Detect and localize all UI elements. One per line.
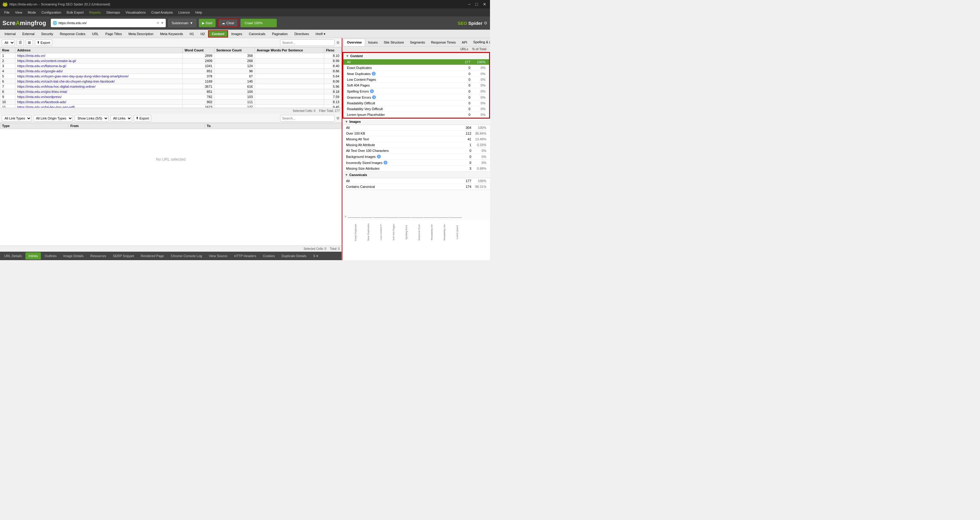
grid-view-button[interactable]: ⊞ xyxy=(26,39,33,46)
overview-row[interactable]: Exact Duplicates 0 0% xyxy=(343,65,489,71)
right-tab-response-times[interactable]: Response Times xyxy=(428,39,459,46)
menu-visualisations[interactable]: Visualisations xyxy=(123,10,148,15)
col-sentence-count[interactable]: Sentence Count xyxy=(214,48,255,53)
overview-row[interactable]: Readability Very Difficult 0 0% xyxy=(343,106,489,112)
col-avg-words[interactable]: Average Words Per Sentence xyxy=(255,48,324,53)
clear-url-icon[interactable]: ✕ xyxy=(156,21,159,25)
overview-row[interactable]: Readability Difficult 0 0% xyxy=(343,100,489,106)
right-tab-site-structure[interactable]: Site Structure xyxy=(381,39,407,46)
menu-configuration[interactable]: Configuration xyxy=(39,10,64,15)
tab-resources[interactable]: Resources xyxy=(87,252,109,259)
images-section-header[interactable]: ▼ Images xyxy=(342,119,490,125)
search-filter-icon[interactable]: ⚙ xyxy=(336,41,340,45)
subdomain-button[interactable]: Subdomain ▼ xyxy=(168,19,196,27)
right-tab-issues[interactable]: Issues xyxy=(365,39,381,46)
info-icon[interactable]: i xyxy=(377,154,381,159)
tab-page-titles[interactable]: Page Titles xyxy=(102,30,125,38)
link-origin-type-select[interactable]: All Link Origin Types xyxy=(33,115,73,122)
overview-row[interactable]: Spelling Errorsi 0 0% xyxy=(343,88,489,94)
tab-security[interactable]: Security xyxy=(38,30,57,38)
link-type-select[interactable]: All Link Types xyxy=(2,115,32,122)
close-button[interactable]: ✕ xyxy=(482,2,488,6)
menu-bulk-export[interactable]: Bulk Export xyxy=(64,10,86,15)
table-row[interactable]: 4 https://imta.edu.vn/google-ads/ 851 96… xyxy=(0,69,342,74)
menu-sitemaps[interactable]: Sitemaps xyxy=(104,10,123,15)
overview-row[interactable]: All 304 100% xyxy=(342,125,490,131)
table-row[interactable]: 2 https://imta.edu.vn/content-creator-la… xyxy=(0,58,342,64)
tab-external[interactable]: External xyxy=(19,30,38,38)
tab-view-source[interactable]: View Source xyxy=(206,252,231,259)
col-row[interactable]: Row xyxy=(0,48,16,53)
table-row[interactable]: 11 https://imta.edu.vn/tai-lieu-hoc-seo-… xyxy=(0,105,342,108)
table-row[interactable]: 8 https://imta.edu.vn/gioi-thieu-imta/ 8… xyxy=(0,89,342,94)
tab-http-headers[interactable]: HTTP Headers xyxy=(231,252,259,259)
col-to[interactable]: To xyxy=(205,123,341,129)
clear-button[interactable]: ☁ Clear xyxy=(218,19,238,27)
overview-row[interactable]: Alt Text Over 100 Characters 0 0% xyxy=(342,148,490,154)
overview-row[interactable]: Missing Alt Attribute 1 0.33% xyxy=(342,142,490,148)
all-links-select[interactable]: All Links xyxy=(110,115,132,122)
tab-url[interactable]: URL xyxy=(89,30,102,38)
filter-all-select[interactable]: All xyxy=(2,39,15,46)
menu-file[interactable]: File xyxy=(2,10,12,15)
right-tab-overview[interactable]: Overview xyxy=(344,39,365,46)
minimize-button[interactable]: − xyxy=(467,2,472,6)
url-input[interactable] xyxy=(58,21,155,25)
info-icon[interactable]: i xyxy=(372,72,375,76)
tab-meta-description[interactable]: Meta Description xyxy=(125,30,157,38)
overview-row[interactable]: Missing Alt Text 41 13.49% xyxy=(342,137,490,142)
right-tab-api[interactable]: API xyxy=(459,39,470,46)
tab-hrefl[interactable]: Hrefl ▾ xyxy=(312,30,328,38)
tab-meta-keywords[interactable]: Meta Keywords xyxy=(157,30,186,38)
overview-row[interactable]: Incorrectly Sized Imagesi 0 0% xyxy=(342,160,490,166)
menu-crawl-analysis[interactable]: Crawl Analysis xyxy=(149,10,175,15)
menu-reports[interactable]: Reports xyxy=(87,10,103,15)
table-row[interactable]: 5 https://imta.edu.vn/tuyen-giao-vien-da… xyxy=(0,74,342,79)
start-button[interactable]: ▶ Start xyxy=(199,19,216,27)
tab-inlinks[interactable]: Inlinks xyxy=(25,252,41,259)
tab-duplicate-details[interactable]: Duplicate Details xyxy=(278,252,310,259)
tab-chrome-console-log[interactable]: Chrome Console Log xyxy=(167,252,205,259)
table-row[interactable]: 1 https://imta.edu.vn/ 2899 358 8.10 xyxy=(0,53,342,58)
overview-row[interactable]: All 177 100% xyxy=(342,178,490,184)
tab-h2[interactable]: H2 xyxy=(197,30,208,38)
bottom-search-input[interactable] xyxy=(280,115,334,122)
tab-response-codes[interactable]: Response Codes xyxy=(57,30,89,38)
menu-licence[interactable]: Licence xyxy=(176,10,192,15)
content-section-header[interactable]: ▼ Content xyxy=(343,53,489,59)
list-view-button[interactable]: ☰ xyxy=(17,39,24,46)
overview-row[interactable]: Near Duplicatesi 0 0% xyxy=(343,71,489,77)
tab-url-details[interactable]: URL Details xyxy=(1,252,25,259)
table-row[interactable]: 10 https://imta.edu.vn/facebook-ads/ 902… xyxy=(0,100,342,105)
canonicals-section-header[interactable]: ▼ Canonicals xyxy=(342,172,490,178)
info-icon[interactable]: i xyxy=(370,89,374,93)
overview-row[interactable]: Low Content Pages 0 0% xyxy=(343,77,489,83)
tab-image-details[interactable]: Image Details xyxy=(60,252,86,259)
menu-help[interactable]: Help xyxy=(193,10,205,15)
col-flesch[interactable]: Flesc xyxy=(324,48,342,53)
tab-pagination[interactable]: Pagination xyxy=(269,30,291,38)
table-row[interactable]: 9 https://imta.edu.vn/wordpress/ 782 103… xyxy=(0,94,342,100)
info-icon[interactable]: i xyxy=(372,95,376,99)
overview-row[interactable]: Grammar Errorsi 0 0% xyxy=(343,94,489,100)
url-dropdown-icon[interactable]: ▼ xyxy=(161,21,164,25)
tab-more[interactable]: S ▾ xyxy=(310,252,321,259)
settings-icon[interactable]: ⚙ xyxy=(484,21,488,25)
bottom-export-button[interactable]: ⬆ Export xyxy=(134,115,151,122)
tab-serp-snippet[interactable]: SERP Snippet xyxy=(110,252,137,259)
maximize-button[interactable]: □ xyxy=(474,2,479,6)
right-tab-segments[interactable]: Segments xyxy=(407,39,428,46)
col-address[interactable]: Address xyxy=(16,48,183,53)
url-bar[interactable]: 🌐 ✕ ▼ xyxy=(51,19,166,27)
right-tab-spelling[interactable]: Spelling & (▾ xyxy=(470,39,490,46)
export-button[interactable]: ⬆ Export xyxy=(35,39,52,46)
col-word-count[interactable]: Word Count xyxy=(183,48,215,53)
table-row[interactable]: 3 https://imta.edu.vn/flatsome-la-gi/ 10… xyxy=(0,64,342,69)
tab-outlinks[interactable]: Outlinks xyxy=(41,252,60,259)
show-links-select[interactable]: Show Links (5/5) xyxy=(75,115,108,122)
menu-mode[interactable]: Mode xyxy=(25,10,38,15)
bottom-search-filter-icon[interactable]: ⚙ xyxy=(336,116,340,121)
tab-content[interactable]: Content xyxy=(208,30,228,38)
table-row[interactable]: 6 https://imta.edu.vn/cach-bat-che-do-ch… xyxy=(0,79,342,84)
overview-row[interactable]: Missing Size Attributes 3 0.99% xyxy=(342,166,490,172)
